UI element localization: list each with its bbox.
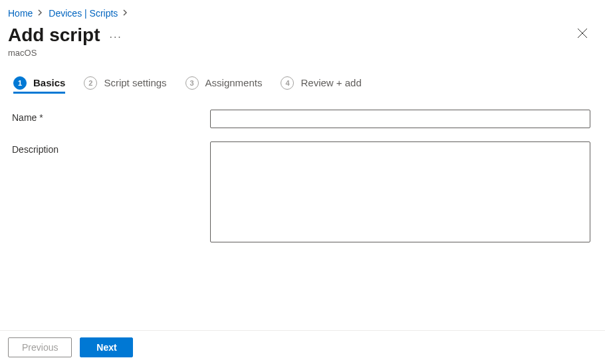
- form-basics: Name * Description: [8, 110, 594, 242]
- wizard-stepper: 1 Basics 2 Script settings 3 Assignments…: [8, 76, 594, 94]
- step-label: Basics: [33, 77, 65, 88]
- name-input[interactable]: [210, 110, 590, 128]
- previous-button[interactable]: Previous: [8, 337, 72, 357]
- breadcrumb-home[interactable]: Home: [8, 8, 33, 19]
- breadcrumb: Home Devices | Scripts: [8, 8, 594, 19]
- step-label: Review + add: [301, 77, 361, 88]
- wizard-footer: Previous Next: [0, 330, 605, 364]
- step-number-badge: 4: [281, 76, 294, 90]
- step-assignments[interactable]: 3 Assignments: [185, 76, 263, 94]
- chevron-right-icon: [38, 9, 43, 18]
- page-header: Add script ···: [8, 24, 594, 46]
- step-label: Assignments: [205, 77, 263, 88]
- step-label: Script settings: [104, 77, 166, 88]
- page-title: Add script: [8, 24, 100, 46]
- description-input[interactable]: [210, 141, 590, 242]
- chevron-right-icon: [123, 9, 128, 18]
- name-label: Name *: [12, 110, 210, 123]
- step-number-badge: 3: [185, 76, 199, 90]
- breadcrumb-devices-scripts[interactable]: Devices | Scripts: [49, 8, 118, 19]
- step-number-badge: 2: [84, 76, 97, 90]
- step-script-settings[interactable]: 2 Script settings: [84, 76, 166, 94]
- more-icon[interactable]: ···: [109, 27, 122, 43]
- step-number-badge: 1: [13, 76, 27, 90]
- description-label: Description: [12, 141, 210, 155]
- step-basics[interactable]: 1 Basics: [13, 76, 65, 94]
- step-review-add[interactable]: 4 Review + add: [281, 76, 361, 94]
- close-button[interactable]: [574, 25, 590, 43]
- next-button[interactable]: Next: [80, 337, 133, 357]
- page-subtitle: macOS: [8, 48, 594, 58]
